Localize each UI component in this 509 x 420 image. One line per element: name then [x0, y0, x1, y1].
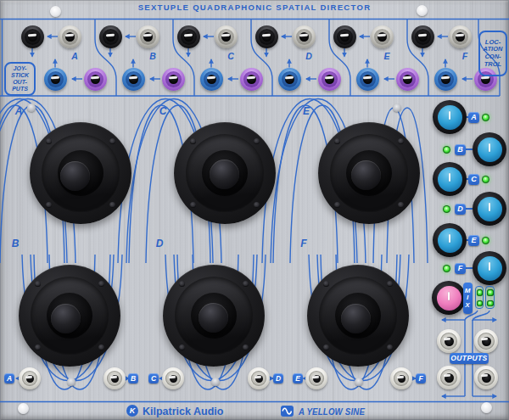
- panel-screw: [50, 6, 61, 17]
- joystick-outputs-badge-line: PUTS: [6, 86, 34, 92]
- joystick-y-jack-c[interactable]: [240, 68, 263, 91]
- location-input-jack-c[interactable]: [177, 25, 200, 48]
- led-c: [482, 176, 489, 183]
- quad-output-jack-2[interactable]: [474, 329, 498, 353]
- jack-glint: [246, 76, 255, 79]
- channel-label-a: A: [68, 51, 81, 61]
- joystick-label-f: F: [299, 238, 309, 249]
- joystick-x-jack-f[interactable]: [434, 68, 457, 91]
- knob-indicator: [449, 173, 451, 182]
- level-knob-c[interactable]: [433, 162, 467, 196]
- jack-glint: [444, 374, 450, 377]
- knob-chip-c: C: [468, 174, 479, 185]
- joystick-stick[interactable]: [199, 303, 228, 333]
- jack-glint: [221, 33, 229, 36]
- location-input-jack-b[interactable]: [99, 25, 122, 48]
- location-norm-jack-c[interactable]: [215, 25, 238, 48]
- joystick-c[interactable]: [174, 122, 276, 224]
- knob-cap: [437, 286, 461, 311]
- jack-glint: [481, 374, 488, 377]
- mix-led-4: [487, 300, 494, 307]
- led-d: [443, 205, 450, 213]
- joystick-outputs-badge-line: OUT-: [6, 79, 34, 86]
- joystick-d[interactable]: [163, 265, 265, 367]
- channel-output-jack-c[interactable]: [162, 367, 184, 389]
- jack-glint: [397, 376, 404, 378]
- joystick-x-jack-b[interactable]: [122, 68, 145, 91]
- knob-indicator: [489, 203, 491, 211]
- jack-glint: [312, 376, 319, 378]
- channel-output-jack-b[interactable]: [103, 367, 126, 389]
- joystick-y-jack-e[interactable]: [396, 68, 419, 91]
- output-chip-e: E: [293, 373, 303, 384]
- jack-glint: [25, 376, 32, 378]
- quad-output-jack-1[interactable]: [437, 329, 461, 353]
- location-input-jack-e[interactable]: [333, 25, 356, 48]
- knob-chip-f: F: [455, 263, 466, 274]
- location-input-jack-d[interactable]: [255, 25, 278, 48]
- joystick-stick[interactable]: [60, 161, 90, 191]
- knob-chip-e: E: [468, 235, 479, 246]
- location-norm-jack-a[interactable]: [59, 25, 81, 48]
- brand-name: Kilpatrick Audio: [143, 406, 223, 417]
- location-norm-jack-b[interactable]: [137, 25, 159, 48]
- joystick-y-jack-d[interactable]: [318, 68, 341, 91]
- joystick-x-jack-a[interactable]: [44, 68, 67, 91]
- joystick-screw: [35, 281, 41, 287]
- knob-cap: [438, 167, 462, 192]
- joystick-screw: [98, 344, 104, 350]
- jack-glint: [402, 76, 411, 79]
- jack-glint: [481, 338, 488, 340]
- knob-cap: [478, 137, 502, 162]
- location-input-jack-a[interactable]: [21, 25, 44, 48]
- joystick-stick[interactable]: [351, 160, 381, 190]
- joystick-a[interactable]: [30, 122, 131, 224]
- channel-output-jack-f[interactable]: [390, 367, 412, 389]
- mix-led-2: [487, 289, 494, 296]
- joystick-x-jack-e[interactable]: [356, 68, 379, 91]
- joystick-screw: [323, 281, 329, 287]
- knob-indicator: [448, 292, 450, 300]
- location-input-jack-f[interactable]: [411, 25, 434, 48]
- knob-indicator: [489, 143, 491, 152]
- knob-cap: [438, 228, 462, 253]
- mix-knob[interactable]: [432, 281, 466, 315]
- joystick-screw: [98, 281, 104, 287]
- level-knob-e[interactable]: [433, 223, 467, 257]
- joystick-stick[interactable]: [210, 160, 239, 189]
- joystick-y-jack-b[interactable]: [162, 68, 185, 91]
- joystick-label-d: D: [154, 238, 165, 249]
- jack-glint: [143, 33, 151, 36]
- joystick-stick[interactable]: [341, 304, 371, 333]
- output-chip-f: F: [416, 373, 426, 384]
- joystick-screw: [398, 202, 404, 208]
- panel-screw: [481, 402, 492, 413]
- joystick-f[interactable]: [307, 265, 409, 367]
- jack-glint: [64, 33, 73, 36]
- knob-chip-a: A: [468, 112, 479, 123]
- quad-output-jack-3[interactable]: [437, 366, 461, 389]
- joystick-b[interactable]: [19, 265, 120, 367]
- joystick-e[interactable]: [318, 122, 420, 224]
- location-norm-jack-f[interactable]: [449, 25, 472, 48]
- joystick-x-jack-d[interactable]: [278, 68, 301, 91]
- location-norm-jack-d[interactable]: [293, 25, 316, 48]
- level-knob-f[interactable]: [473, 251, 506, 285]
- location-norm-jack-e[interactable]: [371, 25, 394, 48]
- joystick-screw: [254, 138, 260, 144]
- joystick-label-e: E: [301, 105, 311, 117]
- jack-glint: [339, 33, 348, 36]
- knob-indicator: [489, 262, 491, 271]
- level-knob-b[interactable]: [473, 132, 506, 166]
- jack-glint: [417, 33, 426, 36]
- joystick-x-jack-c[interactable]: [200, 68, 223, 91]
- joystick-stick[interactable]: [51, 304, 81, 333]
- joystick-screw: [179, 344, 185, 350]
- joystick-y-jack-a[interactable]: [84, 68, 107, 91]
- channel-output-jack-d[interactable]: [248, 367, 270, 389]
- quad-output-jack-4[interactable]: [474, 366, 498, 389]
- channel-output-jack-a[interactable]: [19, 367, 41, 389]
- level-knob-a[interactable]: [433, 100, 467, 134]
- channel-output-jack-e[interactable]: [305, 367, 327, 389]
- level-knob-d[interactable]: [473, 192, 506, 226]
